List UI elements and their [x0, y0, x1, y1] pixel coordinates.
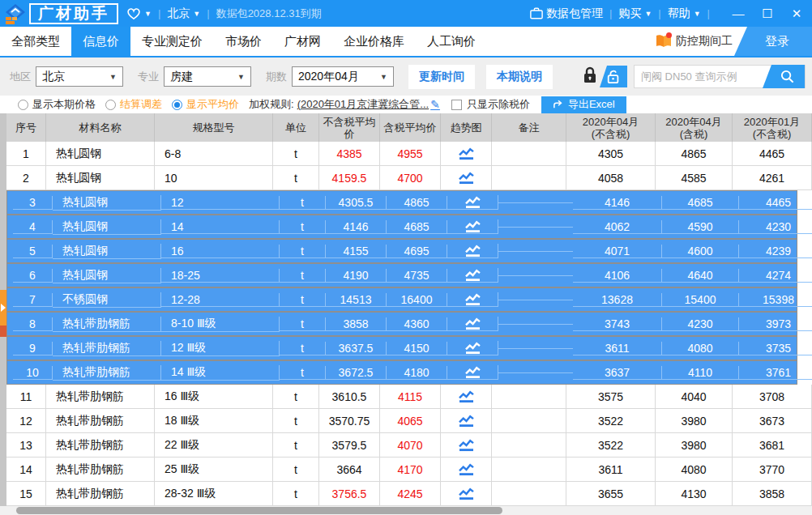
- tax-only-checkbox[interactable]: [451, 100, 462, 110]
- major-select[interactable]: 房建 ▼: [164, 66, 251, 87]
- cell-trend[interactable]: [447, 365, 498, 380]
- side-panel-expander[interactable]: [0, 290, 6, 326]
- notice-banner[interactable]: 防控期间工: [655, 33, 734, 49]
- cell-trend[interactable]: [441, 433, 492, 458]
- cell-trend[interactable]: [441, 385, 492, 409]
- cell-ex-avg: 3570.75: [319, 409, 380, 433]
- radio-average-price[interactable]: [172, 100, 182, 110]
- weight-rule-link[interactable]: (2020年01月京津冀综合管...: [297, 97, 430, 112]
- export-excel-button[interactable]: 导出Excel: [541, 96, 626, 113]
- cell-unit: t: [273, 142, 319, 166]
- edit-pencil-icon[interactable]: ✎: [430, 98, 440, 111]
- tab-market-price[interactable]: 市场价: [214, 27, 273, 56]
- table-row[interactable]: 6热轧圆钢18-25t41904735410646404274: [6, 263, 797, 287]
- cell-m01-ex: 3681: [733, 433, 812, 458]
- tab-pro-price[interactable]: 专业测定价: [130, 27, 214, 56]
- cell-trend[interactable]: [441, 166, 492, 190]
- cell-trend[interactable]: [447, 341, 498, 355]
- cell-seq: 9: [13, 342, 53, 355]
- cell-seq: 7: [13, 293, 53, 307]
- lock-open-icon[interactable]: [600, 66, 627, 87]
- cell-trend[interactable]: [447, 292, 498, 307]
- cell-inc-avg: 4700: [380, 166, 441, 190]
- city-selector[interactable]: 北京 ▼: [167, 6, 200, 21]
- cell-name: 热轧带肋钢筋: [46, 385, 155, 409]
- cell-trend[interactable]: [441, 482, 492, 506]
- buy-menu[interactable]: 购买 ▼: [618, 6, 652, 21]
- cell-trend[interactable]: [441, 458, 492, 482]
- cell-ex-avg: 4190: [326, 269, 387, 283]
- period-value: 2020年04月: [298, 70, 359, 84]
- cell-inc-avg: 4180: [387, 366, 447, 380]
- table-row[interactable]: 11热轧带肋钢筋16 Ⅲ级t3610.54115357540403708: [6, 385, 812, 409]
- radio-current-period[interactable]: [18, 100, 28, 110]
- cell-trend[interactable]: [447, 268, 498, 283]
- table-header-row: 序号 材料名称 规格型号 单位 不含税平均价 含税平均价 趋势图 备注 2020…: [6, 113, 812, 142]
- tab-all-types[interactable]: 全部类型: [0, 27, 71, 56]
- cell-trend[interactable]: [447, 317, 498, 331]
- cell-inc-avg: 4070: [380, 433, 441, 458]
- table-row[interactable]: 2热轧圆钢10t4159.54700405845854261: [6, 166, 812, 190]
- region-select[interactable]: 北京 ▼: [36, 66, 123, 87]
- table-row[interactable]: 7不锈圆钢12-28t1451316400136281540015398: [6, 287, 797, 312]
- table-row[interactable]: 1热轧圆钢6-8t43854955430548654465: [6, 142, 812, 166]
- trend-chart-icon: [457, 462, 476, 476]
- cell-unit: t: [280, 245, 326, 258]
- table-row[interactable]: 10热轧带肋钢筋14 Ⅲ级t3672.54180363741103761: [6, 360, 797, 385]
- cell-m01-ex: 15398: [739, 293, 812, 307]
- cell-m04-inc: 4865: [656, 142, 733, 166]
- cell-trend[interactable]: [447, 195, 498, 210]
- maximize-button[interactable]: ☐: [760, 6, 775, 21]
- cell-spec: 14: [161, 220, 280, 234]
- update-time-button[interactable]: 更新时间: [408, 65, 475, 89]
- table-row[interactable]: 13热轧带肋钢筋22 Ⅲ级t3579.54070352239803681: [6, 433, 812, 458]
- radio-settlement-adjust[interactable]: [105, 100, 116, 110]
- tab-labor-inquiry[interactable]: 人工询价: [416, 27, 487, 56]
- search-button[interactable]: [763, 65, 805, 88]
- cell-ex-avg: 3672.5: [326, 366, 387, 380]
- period-select[interactable]: 2020年04月 ▼: [292, 66, 394, 87]
- cell-trend[interactable]: [447, 244, 498, 258]
- lock-closed-icon[interactable]: [582, 66, 598, 87]
- table-row[interactable]: 15热轧带肋钢筋28-32 Ⅲ级t3756.54245365541303858: [6, 482, 812, 506]
- cell-seq: 11: [6, 385, 46, 409]
- tab-info-price[interactable]: 信息价: [71, 27, 130, 56]
- cell-trend[interactable]: [447, 219, 498, 234]
- cell-m01-ex: 3858: [733, 482, 812, 506]
- briefcase-icon: [530, 7, 543, 19]
- cell-unit: t: [273, 385, 319, 409]
- table-row[interactable]: 12热轧带肋钢筋18 Ⅲ级t3570.754065352239803673: [6, 409, 812, 433]
- table-row[interactable]: 9热轧带肋钢筋12 Ⅲ级t3637.54150361140803735: [6, 336, 797, 360]
- notice-text: 防控期间工: [676, 34, 734, 49]
- city-label: 北京: [167, 6, 190, 21]
- table-row[interactable]: 3热轧圆钢12t4305.54865414646854465: [6, 190, 797, 215]
- cell-unit: t: [280, 293, 326, 307]
- tab-gc-net[interactable]: 广材网: [273, 27, 332, 56]
- cell-m04-inc: 4600: [662, 245, 739, 258]
- cell-ex-avg: 3579.5: [319, 433, 380, 458]
- table-row[interactable]: 14热轧带肋钢筋25 Ⅲ级t36644170361140803770: [6, 458, 812, 482]
- favorite-caret-icon: ▼: [144, 10, 152, 18]
- table-row[interactable]: 4热轧圆钢14t41464685406245904230: [6, 215, 797, 239]
- cell-remark: [498, 251, 573, 252]
- login-button[interactable]: 登录: [734, 27, 812, 56]
- favorite-heart-icon[interactable]: ▼: [126, 7, 152, 20]
- cell-m04-ex: 4305: [566, 142, 656, 166]
- search-input[interactable]: [635, 66, 763, 87]
- horizontal-scrollbar-thumb[interactable]: [16, 507, 502, 514]
- cell-trend[interactable]: [441, 142, 492, 166]
- export-arrow-icon: [553, 100, 564, 109]
- cell-trend[interactable]: [441, 409, 492, 433]
- table-row[interactable]: 8热轧带肋钢筋8-10 Ⅲ级t38584360374342303973: [6, 312, 797, 336]
- package-manage-button[interactable]: 数据包管理: [530, 6, 603, 21]
- header-2020-04-inc: 2020年04月(含税): [656, 113, 733, 142]
- cell-seq: 2: [6, 166, 46, 190]
- tab-enterprise-db[interactable]: 企业价格库: [332, 27, 416, 56]
- minimize-button[interactable]: —: [731, 6, 746, 20]
- trend-chart-icon: [457, 389, 476, 403]
- period-note-button[interactable]: 本期说明: [486, 65, 553, 89]
- help-menu[interactable]: 帮助 ▼: [668, 6, 701, 21]
- table-row[interactable]: 5热轧圆钢16t41554695407146004239: [6, 239, 797, 263]
- header-material-name: 材料名称: [46, 113, 155, 142]
- close-button[interactable]: ✕: [789, 6, 804, 21]
